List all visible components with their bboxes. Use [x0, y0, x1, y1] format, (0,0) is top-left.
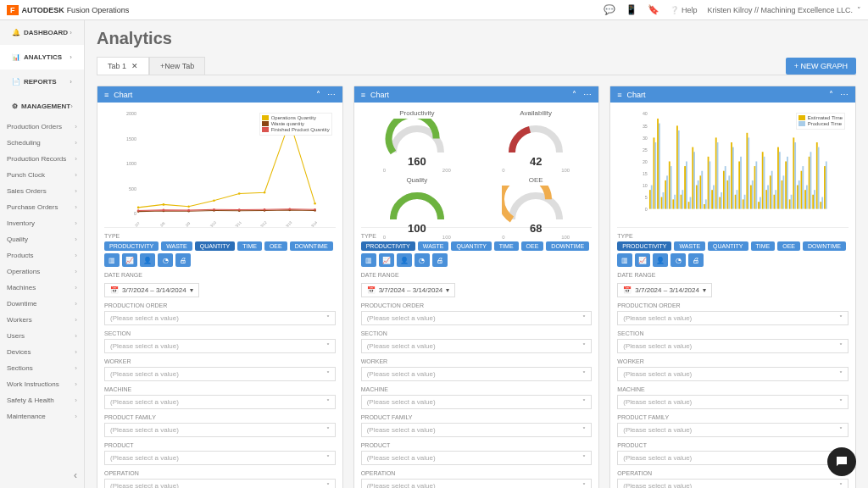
print-icon[interactable]: 🖨 [432, 253, 448, 267]
line-icon[interactable]: 📈 [379, 253, 394, 267]
select-production-order[interactable]: (Please select a value)˅ [617, 311, 849, 325]
close-icon[interactable]: ✕ [131, 62, 138, 70]
pill-downtime[interactable]: DOWNTIME [546, 241, 589, 251]
sidebar-item-analytics[interactable]: 📊 ANALYTICS› [0, 45, 84, 69]
select-product-family[interactable]: (Please select a value)˅ [361, 423, 593, 437]
pie-icon[interactable]: ◔ [158, 253, 173, 267]
date-range-picker[interactable]: 📅3/7/2024 – 3/14/2024▾ [104, 283, 199, 297]
pill-quantity[interactable]: QUANTITY [195, 241, 235, 251]
pie-icon[interactable]: ◔ [415, 253, 430, 267]
collapse-icon[interactable]: ˄ [316, 90, 320, 99]
sidebar-item-downtime[interactable]: Downtime› [0, 296, 84, 312]
select-machine[interactable]: (Please select a value)˅ [617, 395, 849, 409]
pill-waste[interactable]: WASTE [161, 241, 192, 251]
select-machine[interactable]: (Please select a value)˅ [361, 395, 593, 409]
print-icon[interactable]: 🖨 [688, 253, 704, 267]
user-icon[interactable]: 👤 [397, 253, 412, 267]
more-icon[interactable]: ⋯ [583, 90, 592, 99]
user-icon[interactable]: 👤 [653, 253, 668, 267]
pill-downtime[interactable]: DOWNTIME [290, 241, 333, 251]
tab-new[interactable]: +New Tab [149, 57, 205, 75]
pill-downtime[interactable]: DOWNTIME [803, 241, 846, 251]
bookmark-icon[interactable]: 🔖 [648, 4, 659, 16]
sidebar-item-safety-&-health[interactable]: Safety & Health› [0, 392, 84, 408]
pill-time[interactable]: TIME [751, 241, 776, 251]
pill-quantity[interactable]: QUANTITY [451, 241, 491, 251]
sidebar-item-machines[interactable]: Machines› [0, 280, 84, 296]
sidebar-item-products[interactable]: Products› [0, 247, 84, 263]
select-operation[interactable]: (Please select a value)˅ [361, 479, 593, 488]
chat-icon[interactable]: 💬 [604, 4, 615, 16]
select-section[interactable]: (Please select a value)˅ [104, 339, 336, 353]
select-worker[interactable]: (Please select a value)˅ [104, 367, 336, 381]
pill-productivity[interactable]: PRODUCTIVITY [361, 241, 415, 251]
pill-productivity[interactable]: PRODUCTIVITY [617, 241, 671, 251]
drag-icon[interactable]: ≡ [104, 91, 108, 99]
select-section[interactable]: (Please select a value)˅ [361, 339, 593, 353]
pill-oee[interactable]: OEE [521, 241, 544, 251]
select-production-order[interactable]: (Please select a value)˅ [104, 311, 336, 325]
sidebar-item-management[interactable]: ⚙ MANAGEMENT› [0, 94, 84, 119]
select-product-family[interactable]: (Please select a value)˅ [617, 423, 849, 437]
pill-time[interactable]: TIME [237, 241, 262, 251]
pill-oee[interactable]: OEE [264, 241, 287, 251]
select-operation[interactable]: (Please select a value)˅ [104, 479, 336, 488]
drag-icon[interactable]: ≡ [617, 91, 621, 99]
sidebar-item-production-records[interactable]: Production Records› [0, 151, 84, 167]
pill-quantity[interactable]: QUANTITY [708, 241, 748, 251]
pill-productivity[interactable]: PRODUCTIVITY [104, 241, 159, 251]
pie-icon[interactable]: ◔ [670, 253, 686, 267]
sidebar-item-users[interactable]: Users› [0, 328, 84, 344]
sidebar-item-operations[interactable]: Operations› [0, 263, 84, 280]
select-product-family[interactable]: (Please select a value)˅ [104, 423, 336, 437]
line-icon[interactable]: 📈 [635, 253, 650, 267]
select-product[interactable]: (Please select a value)˅ [361, 451, 593, 465]
sidebar-item-quality[interactable]: Quality› [0, 231, 84, 247]
select-product[interactable]: (Please select a value)˅ [104, 451, 336, 465]
select-production-order[interactable]: (Please select a value)˅ [361, 311, 593, 325]
sidebar-item-work-instructions[interactable]: Work Instructions› [0, 376, 84, 392]
pill-waste[interactable]: WASTE [674, 241, 705, 251]
tab-1[interactable]: Tab 1 ✕ [97, 57, 149, 75]
collapse-icon[interactable]: ˄ [829, 90, 833, 99]
sidebar-item-devices[interactable]: Devices› [0, 344, 84, 360]
select-operation[interactable]: (Please select a value)˅ [617, 479, 849, 488]
pill-waste[interactable]: WASTE [418, 241, 449, 251]
more-icon[interactable]: ⋯ [840, 90, 849, 99]
line-icon[interactable]: 📈 [122, 253, 137, 267]
collapse-icon[interactable]: ˄ [572, 90, 576, 99]
select-section[interactable]: (Please select a value)˅ [617, 339, 849, 353]
bar-icon[interactable]: ▥ [617, 253, 632, 267]
date-range-picker[interactable]: 📅3/7/2024 – 3/14/2024▾ [361, 283, 456, 297]
drag-icon[interactable]: ≡ [361, 91, 365, 99]
bar-icon[interactable]: ▥ [104, 253, 120, 267]
sidebar-item-purchase-orders[interactable]: Purchase Orders› [0, 199, 84, 215]
bar-icon[interactable]: ▥ [361, 253, 376, 267]
sidebar-item-maintenance[interactable]: Maintenance› [0, 408, 84, 424]
select-machine[interactable]: (Please select a value)˅ [104, 395, 336, 409]
user-menu[interactable]: Kristen Kilroy // Machining Excellence L… [707, 6, 861, 14]
mobile-icon[interactable]: 📱 [626, 4, 637, 16]
sidebar-item-sales-orders[interactable]: Sales Orders› [0, 183, 84, 199]
sidebar-item-dashboard[interactable]: 🔔 DASHBOARD› [0, 20, 84, 45]
sidebar-item-punch-clock[interactable]: Punch Clock› [0, 167, 84, 183]
pill-time[interactable]: TIME [494, 241, 519, 251]
select-product[interactable]: (Please select a value)˅ [617, 451, 849, 465]
date-range-picker[interactable]: 📅3/7/2024 – 3/14/2024▾ [617, 283, 712, 297]
chat-launcher[interactable] [827, 447, 856, 476]
print-icon[interactable]: 🖨 [175, 253, 191, 267]
sidebar-item-scheduling[interactable]: Scheduling› [0, 135, 84, 151]
more-icon[interactable]: ⋯ [327, 90, 336, 99]
select-worker[interactable]: (Please select a value)˅ [361, 367, 593, 381]
sidebar-item-sections[interactable]: Sections› [0, 360, 84, 376]
new-graph-button[interactable]: + NEW GRAPH [786, 58, 856, 75]
sidebar-item-production-orders[interactable]: Production Orders› [0, 119, 84, 135]
sidebar-item-reports[interactable]: 📄 REPORTS› [0, 69, 84, 94]
select-worker[interactable]: (Please select a value)˅ [617, 367, 849, 381]
help-link[interactable]: ❔ Help [670, 6, 697, 14]
user-icon[interactable]: 👤 [140, 253, 155, 267]
sidebar-collapse-icon[interactable]: ‹ [74, 469, 77, 481]
pill-oee[interactable]: OEE [777, 241, 800, 251]
sidebar-item-workers[interactable]: Workers› [0, 312, 84, 328]
sidebar-item-inventory[interactable]: Inventory› [0, 215, 84, 231]
